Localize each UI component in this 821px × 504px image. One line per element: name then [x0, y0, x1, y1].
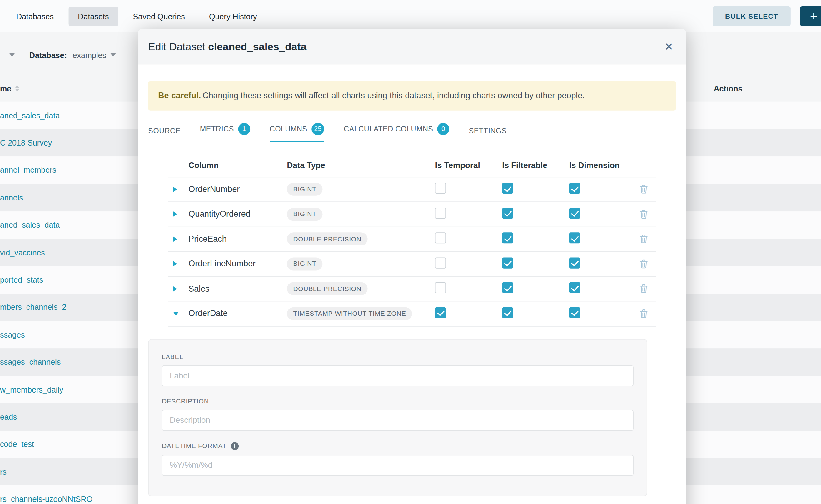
tab-count-badge: 0 — [438, 123, 450, 135]
is-dimension-cell — [564, 183, 631, 196]
dataset-name-link[interactable]: annel_members — [0, 166, 56, 174]
tab-metrics[interactable]: METRICS1 — [200, 117, 250, 141]
is-filterable-cell — [497, 233, 564, 246]
modal-tabs: SOURCEMETRICS1COLUMNS25CALCULATED COLUMN… — [148, 117, 676, 142]
is-filterable-checkbox[interactable] — [502, 183, 513, 194]
dataset-name-link[interactable]: aned_sales_data — [0, 220, 60, 229]
database-filter-value[interactable]: examples — [72, 51, 106, 59]
modal-header: Edit Dataset cleaned_sales_data × — [138, 29, 686, 64]
is-dimension-cell — [564, 257, 631, 270]
database-select-caret-icon[interactable] — [110, 53, 116, 57]
column-row: QuantityOrdered BIGINT — [168, 202, 656, 227]
is-dimension-checkbox[interactable] — [569, 183, 580, 194]
column-data-type: DOUBLE PRECISION — [286, 282, 430, 295]
caret-icon — [173, 261, 177, 267]
delete-column-button[interactable] — [631, 185, 656, 194]
nav-item-databases[interactable]: Databases — [7, 7, 63, 26]
data-type-pill: BIGINT — [287, 208, 322, 221]
info-icon[interactable]: i — [230, 442, 238, 450]
bulk-select-button[interactable]: BULK SELECT — [713, 6, 791, 26]
dataset-name-link[interactable]: ported_stats — [0, 275, 43, 284]
name-column-header[interactable]: me — [0, 84, 11, 93]
column-data-type: TIMESTAMP WITHOUT TIME ZONE — [286, 307, 430, 320]
dataset-name-link[interactable]: rs — [0, 467, 7, 476]
column-header: Column — [182, 161, 286, 170]
is-temporal-checkbox[interactable] — [435, 257, 446, 268]
description-input[interactable] — [162, 410, 634, 431]
expand-toggle[interactable] — [168, 261, 182, 267]
trash-icon — [640, 284, 647, 293]
expand-toggle[interactable] — [168, 187, 182, 192]
is-dimension-checkbox[interactable] — [569, 307, 580, 318]
expand-toggle[interactable] — [168, 236, 182, 242]
nav-item-saved-queries[interactable]: Saved Queries — [123, 7, 194, 26]
modal-title-prefix: Edit Dataset — [148, 41, 205, 52]
data-type-pill: DOUBLE PRECISION — [287, 233, 367, 246]
delete-column-button[interactable] — [631, 309, 656, 318]
modal-body: Be careful.Changing these settings will … — [138, 81, 686, 496]
trash-icon — [640, 235, 647, 243]
collapsed-select-caret-icon[interactable] — [9, 53, 15, 57]
nav-menu: DatabasesDatasetsSaved QueriesQuery Hist… — [7, 7, 266, 26]
is-temporal-checkbox[interactable] — [435, 307, 446, 318]
trash-icon — [640, 259, 647, 268]
caret-icon — [173, 212, 177, 217]
is-filterable-checkbox[interactable] — [502, 233, 513, 244]
dataset-name-link[interactable]: vid_vaccines — [0, 248, 45, 257]
column-row: OrderNumber BIGINT — [168, 177, 656, 202]
is-dimension-checkbox[interactable] — [569, 282, 580, 293]
is-temporal-checkbox[interactable] — [435, 183, 446, 194]
is-dimension-checkbox[interactable] — [569, 257, 580, 268]
tab-columns[interactable]: COLUMNS25 — [269, 117, 324, 141]
label-input[interactable] — [162, 365, 634, 386]
delete-column-button[interactable] — [631, 210, 656, 219]
dataset-name-link[interactable]: w_members_daily — [0, 385, 63, 394]
dataset-name-link[interactable]: eads — [0, 413, 17, 421]
is-temporal-checkbox[interactable] — [435, 208, 446, 219]
datetime-format-field-group: DATETIME FORMAT i — [162, 442, 634, 476]
nav-item-query-history[interactable]: Query History — [200, 7, 266, 26]
dataset-name-link[interactable]: aned_sales_data — [0, 111, 60, 120]
close-icon[interactable]: × — [662, 40, 676, 53]
datetime-format-field-label: DATETIME FORMAT — [162, 442, 226, 449]
is-temporal-checkbox[interactable] — [435, 233, 446, 244]
is-temporal-cell — [430, 307, 497, 320]
column-name: OrderNumber — [182, 185, 286, 194]
datetime-format-input[interactable] — [162, 455, 634, 476]
tab-calculated-columns[interactable]: CALCULATED COLUMNS0 — [344, 117, 449, 141]
nav-item-datasets[interactable]: Datasets — [68, 7, 118, 26]
dataset-name-link[interactable]: mbers_channels_2 — [0, 303, 66, 311]
add-dataset-button[interactable]: + — [800, 6, 821, 26]
is-filterable-cell — [497, 208, 564, 221]
tab-settings[interactable]: SETTINGS — [469, 121, 507, 141]
expand-toggle[interactable] — [168, 286, 182, 292]
is-dimension-checkbox[interactable] — [569, 208, 580, 219]
is-filterable-checkbox[interactable] — [502, 208, 513, 219]
description-field-label: DESCRIPTION — [162, 398, 634, 405]
sort-icon[interactable] — [15, 85, 19, 91]
tab-source[interactable]: SOURCE — [148, 121, 180, 141]
dataset-name-link[interactable]: code_test — [0, 440, 34, 448]
tab-label: COLUMNS — [269, 125, 307, 133]
dataset-name-link[interactable]: C 2018 Survey — [0, 138, 52, 147]
dataset-name-link[interactable]: rs_channels-uzooNNtSRO — [0, 495, 92, 503]
modal-title: Edit Dataset cleaned_sales_data — [148, 41, 306, 53]
expand-toggle[interactable] — [168, 312, 182, 316]
delete-column-button[interactable] — [631, 284, 656, 293]
delete-column-button[interactable] — [631, 235, 656, 243]
delete-column-button[interactable] — [631, 259, 656, 268]
is-filterable-cell — [497, 257, 564, 270]
dataset-name-link[interactable]: annels — [0, 193, 23, 202]
dataset-name-link[interactable]: ssages_channels — [0, 358, 61, 366]
caret-icon — [173, 187, 177, 192]
dataset-name-link[interactable]: ssages — [0, 330, 25, 339]
is-filterable-cell — [497, 282, 564, 295]
column-data-type: BIGINT — [286, 208, 430, 221]
is-dimension-checkbox[interactable] — [569, 233, 580, 244]
is-filterable-checkbox[interactable] — [502, 282, 513, 293]
database-filter-label: Database: — [29, 51, 67, 59]
is-filterable-checkbox[interactable] — [502, 307, 513, 318]
is-filterable-checkbox[interactable] — [502, 257, 513, 268]
expand-toggle[interactable] — [168, 212, 182, 217]
is-temporal-checkbox[interactable] — [435, 282, 446, 293]
